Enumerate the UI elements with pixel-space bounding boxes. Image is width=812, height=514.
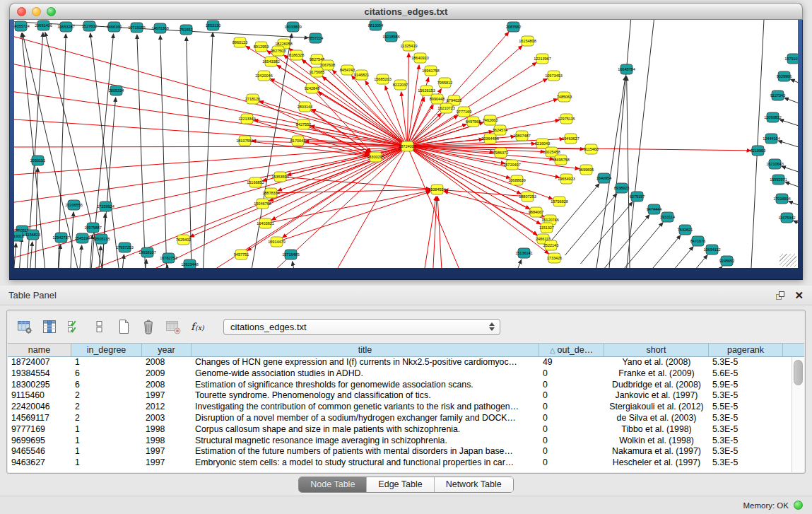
graph-node[interactable]: 8471676	[690, 236, 705, 246]
show-columns-icon[interactable]	[40, 317, 59, 336]
graph-node[interactable]: 18107554	[236, 136, 253, 146]
graph-node[interactable]: 1853130	[206, 21, 220, 30]
graph-node[interactable]: 10688639	[508, 175, 525, 185]
network-canvas[interactable]: 1872400789601238912953182260589827503818…	[14, 20, 798, 268]
graph-node[interactable]: 9146821	[354, 70, 369, 80]
float-panel-icon[interactable]	[775, 290, 786, 301]
graph-node[interactable]: 18300295	[367, 152, 384, 162]
graph-node[interactable]: 15166852	[247, 177, 264, 187]
graph-node[interactable]: 10719155	[128, 23, 145, 33]
graph-node[interactable]: 9245652	[719, 256, 734, 266]
table-row[interactable]: 946554611997Estimation of the future num…	[8, 446, 804, 457]
graph-node[interactable]: 2803144	[298, 102, 312, 112]
graph-node[interactable]: 15136141	[515, 248, 532, 258]
column-header-title[interactable]: title	[192, 344, 539, 356]
graph-node[interactable]: 6466160	[107, 22, 122, 32]
graph-node[interactable]: 17359924	[97, 201, 114, 211]
graph-node[interactable]: 9777169	[457, 107, 471, 117]
graph-node[interactable]: 18807293	[519, 192, 536, 201]
table-row[interactable]: 977716911998Corpus callosum shape and si…	[8, 424, 804, 436]
delete-rows-trash-icon[interactable]	[139, 317, 158, 336]
table-settings-icon[interactable]	[16, 317, 34, 336]
graph-node[interactable]: 19463627	[562, 134, 579, 144]
graph-node[interactable]: 16914479	[268, 237, 285, 247]
graph-node[interactable]: 9457751	[234, 250, 249, 259]
graph-node[interactable]: 8912953	[254, 42, 269, 52]
graph-node[interactable]: 16543382	[262, 57, 279, 66]
graph-node[interactable]: 18724007	[399, 141, 416, 151]
graph-node[interactable]: 8960123	[233, 37, 247, 47]
column-header-in_degree[interactable]: in_degree	[71, 344, 142, 356]
graph-node[interactable]: 1545194	[75, 233, 90, 243]
table-row[interactable]: 969969511998Structural magnetic resonanc…	[8, 436, 804, 447]
graph-node[interactable]: 12505135	[93, 234, 110, 244]
graph-node[interactable]: 16033809	[284, 22, 301, 32]
graph-node[interactable]: 14671368	[151, 23, 168, 33]
graph-node[interactable]: 8938923	[614, 183, 629, 193]
graph-node[interactable]: 16782753	[160, 253, 177, 263]
table-row[interactable]: 1938455462009Genome-wide association stu…	[8, 368, 804, 380]
graph-node[interactable]: 7625402	[176, 235, 191, 245]
graph-node[interactable]: 9699695	[579, 165, 594, 175]
graph-node[interactable]: 15685203	[374, 74, 391, 84]
canvas-resize-grip[interactable]	[779, 254, 796, 267]
vertical-scrollbar[interactable]	[792, 357, 804, 472]
table-selector-dropdown[interactable]: citations_edges.txt	[223, 319, 500, 335]
graph-node[interactable]: 11325419	[400, 41, 417, 51]
graph-node[interactable]: 15751074	[784, 54, 798, 64]
graph-node[interactable]: 19756928	[551, 197, 567, 206]
graph-node[interactable]: 8186328	[289, 50, 304, 60]
graph-node[interactable]: 8454743	[340, 65, 355, 75]
table-row[interactable]: 946362711997Embryonic stem cells: a mode…	[8, 457, 804, 469]
graph-node[interactable]: 12975115	[558, 114, 575, 124]
graph-node[interactable]: 16403921	[257, 218, 273, 228]
graph-node[interactable]: 9115460	[584, 144, 599, 154]
close-panel-icon[interactable]: ✕	[794, 290, 804, 300]
graph-node[interactable]: 10807487	[513, 131, 530, 141]
graph-node[interactable]: 15992971	[770, 175, 787, 185]
graph-node[interactable]: 16154808	[519, 36, 536, 46]
graph-node[interactable]: 8215953	[751, 146, 765, 156]
row-height-icon[interactable]	[90, 317, 108, 336]
graph-node[interactable]: 7462663	[483, 115, 498, 125]
graph-node[interactable]: 9474444	[647, 204, 661, 214]
scrollbar-thumb[interactable]	[794, 360, 803, 385]
graph-node[interactable]: 12213343	[238, 114, 255, 124]
graph-node[interactable]: 7632621	[678, 225, 693, 235]
graph-node[interactable]: 9227343	[770, 90, 785, 100]
graph-node[interactable]: 9827503	[271, 46, 286, 56]
graph-node[interactable]: 10653287	[57, 22, 74, 32]
network-window-titlebar[interactable]: citations_edges.txt	[9, 3, 803, 20]
graph-node[interactable]: 12213967	[534, 54, 551, 64]
graph-node[interactable]: 15716485	[282, 250, 299, 259]
graph-node[interactable]: 2933114	[660, 212, 675, 222]
graph-node[interactable]: 2718126	[245, 94, 260, 104]
graph-node[interactable]: 9884067	[529, 207, 543, 217]
graph-node[interactable]: 1733426	[547, 253, 562, 263]
graph-node[interactable]: 18495758	[552, 155, 569, 165]
graph-node[interactable]: 2087682	[506, 22, 521, 32]
graph-node[interactable]: 12923448	[181, 259, 198, 268]
tab-edge-table[interactable]: Edge Table	[366, 477, 433, 492]
graph-node[interactable]: 19975887	[84, 223, 101, 233]
graph-node[interactable]: 19958107	[139, 247, 155, 257]
graph-node[interactable]: 20691406	[35, 21, 52, 30]
graph-node[interactable]: 11675342	[778, 213, 795, 223]
column-header-short[interactable]: short	[604, 344, 709, 356]
graph-node[interactable]: 8813054	[368, 21, 383, 30]
graph-node[interactable]: 18640910	[411, 53, 428, 63]
graph-node[interactable]: 2805334	[109, 86, 124, 95]
graph-node[interactable]: 19218586	[382, 32, 399, 42]
graph-node[interactable]: 15353594	[271, 172, 288, 182]
graph-node[interactable]: 3919318	[14, 231, 24, 241]
graph-node[interactable]: 6497568	[466, 117, 481, 127]
graph-node[interactable]: 10654112	[703, 245, 720, 255]
graph-node[interactable]: 15720407	[503, 160, 520, 170]
graph-node[interactable]: 9242848	[305, 83, 319, 93]
graph-node[interactable]: 16961758	[422, 66, 439, 76]
graph-node[interactable]: 2050151	[30, 156, 45, 165]
graph-node[interactable]: 15046768	[254, 199, 271, 209]
graph-node[interactable]: 8170043	[290, 136, 305, 146]
graph-node[interactable]: 17957253	[116, 243, 133, 252]
graph-node[interactable]: 7857224	[308, 33, 323, 43]
